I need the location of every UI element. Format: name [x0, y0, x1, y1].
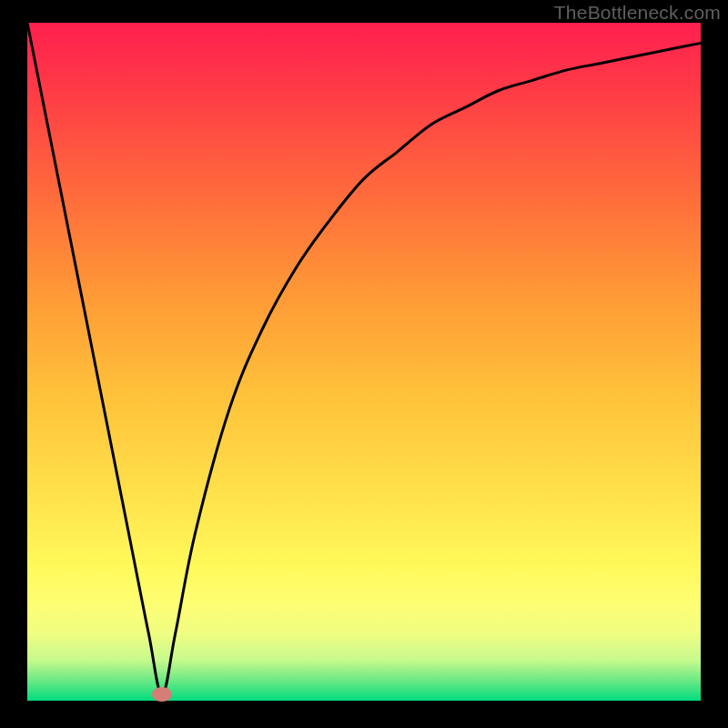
penalty-curve-line — [27, 23, 701, 694]
chart-plot-area — [27, 23, 701, 701]
minimum-marker — [152, 687, 172, 702]
chart-frame: TheBottleneck.com — [0, 0, 728, 728]
watermark-text: TheBottleneck.com — [554, 2, 721, 24]
